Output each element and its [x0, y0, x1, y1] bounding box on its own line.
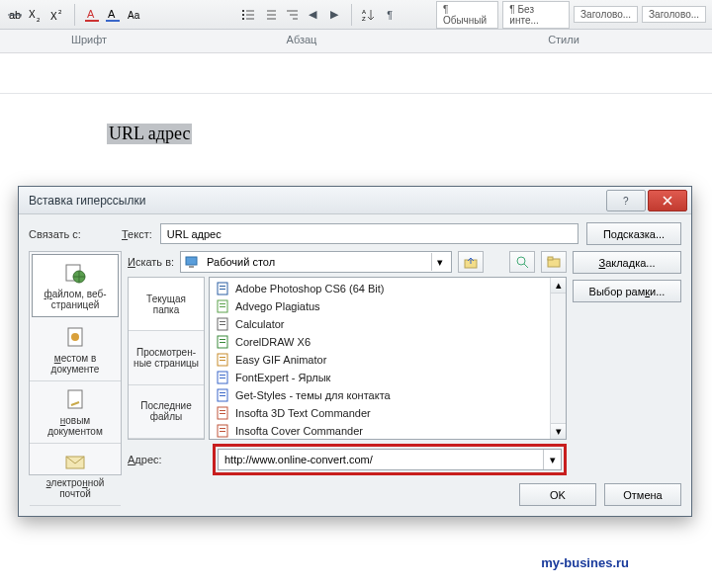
link-to-label: Связать с:: [29, 228, 114, 240]
file-name: Get-Styles - темы для контакта: [235, 389, 391, 401]
svg-rect-44: [220, 306, 225, 307]
tab-place-in-doc[interactable]: местом вдокументе: [30, 319, 121, 381]
file-list-scrollbar[interactable]: ▴ ▾: [550, 278, 566, 439]
change-case-icon[interactable]: Aa: [126, 6, 143, 24]
tab-file-web-label: файлом, веб-страницей: [44, 289, 106, 310]
bullets-icon[interactable]: [240, 6, 258, 24]
screentip-button[interactable]: Подсказка...: [586, 222, 681, 245]
address-dropdown-icon[interactable]: ▾: [543, 450, 561, 469]
ribbon-toolbar: abc X2 X2 A A Aa ◀ ▶ AZ ¶ ¶ Обычный ¶ Бе…: [0, 0, 712, 30]
file-name: Insofta Cover Commander: [235, 425, 363, 437]
look-in-combo[interactable]: Рабочий стол ▾: [180, 251, 452, 273]
chevron-down-icon[interactable]: ▾: [431, 253, 447, 271]
file-icon: [216, 406, 229, 420]
svg-rect-30: [68, 390, 82, 408]
svg-rect-32: [186, 257, 197, 265]
numbering-icon[interactable]: [261, 6, 279, 24]
font-color-icon[interactable]: A: [83, 6, 101, 24]
file-item[interactable]: Easy GIF Animator: [210, 351, 550, 369]
strikethrough-icon[interactable]: abc: [6, 6, 24, 24]
cancel-button[interactable]: Отмена: [604, 483, 681, 506]
side-tab-browsed[interactable]: Просмотрен-ные страницы: [129, 331, 204, 384]
svg-rect-38: [548, 257, 553, 260]
svg-point-35: [517, 257, 525, 265]
browse-file-button[interactable]: [541, 251, 567, 273]
browse-web-button[interactable]: [509, 251, 535, 273]
file-item[interactable]: Insofta 3D Text Commander: [210, 404, 550, 422]
target-frame-button[interactable]: Выбор рамки...: [573, 280, 681, 302]
file-icon: [216, 424, 229, 438]
file-icon: [216, 335, 229, 349]
file-item[interactable]: Adobe Photoshop CS6 (64 Bit): [210, 280, 550, 297]
ok-button[interactable]: OK: [519, 483, 596, 506]
svg-rect-41: [220, 289, 225, 290]
text-to-display-input[interactable]: [160, 223, 578, 244]
decrease-indent-icon[interactable]: ◀: [304, 6, 321, 24]
svg-rect-59: [220, 395, 225, 396]
file-icon: [216, 371, 229, 384]
watermark: my-busines.ru: [541, 555, 629, 570]
file-list[interactable]: Adobe Photoshop CS6 (64 Bit)Advego Plagi…: [209, 277, 567, 440]
file-icon: [216, 353, 229, 367]
svg-rect-52: [220, 357, 225, 358]
tab-newdoc-label: новымдокументом: [47, 415, 103, 437]
svg-rect-61: [220, 410, 225, 411]
address-combo[interactable]: ▾: [218, 449, 562, 470]
svg-text:2: 2: [58, 9, 62, 15]
increase-indent-icon[interactable]: ▶: [325, 6, 343, 24]
file-item[interactable]: Get-Styles - темы для контакта: [210, 386, 550, 404]
svg-rect-7: [85, 20, 99, 22]
address-input[interactable]: [219, 454, 543, 465]
highlight-icon[interactable]: A: [104, 6, 122, 24]
scroll-down-icon[interactable]: ▾: [551, 423, 566, 439]
file-item[interactable]: CorelDRAW X6: [210, 333, 550, 351]
svg-text:Aa: Aa: [128, 10, 140, 21]
selected-text[interactable]: URL адрес: [107, 124, 192, 144]
tab-file-web[interactable]: файлом, веб-страницей: [32, 254, 119, 317]
svg-text:X: X: [50, 11, 57, 22]
group-para-label: Абзац: [178, 30, 425, 52]
dialog-titlebar[interactable]: Вставка гиперссылки ?: [19, 187, 691, 214]
svg-rect-62: [220, 413, 225, 414]
style-nospace[interactable]: ¶ Без инте...: [502, 1, 570, 29]
svg-rect-65: [220, 431, 225, 432]
close-button[interactable]: [648, 190, 687, 211]
svg-text:Z: Z: [362, 16, 366, 22]
file-name: FontExpert - Ярлык: [235, 372, 330, 383]
side-tab-recent[interactable]: Последние файлы: [129, 385, 204, 439]
address-label: Адрес:: [128, 454, 205, 465]
desktop-icon: [185, 254, 201, 270]
file-item[interactable]: Insofta Cover Commander: [210, 422, 550, 439]
file-item[interactable]: Advego Plagiatus: [210, 297, 550, 315]
file-name: Adobe Photoshop CS6 (64 Bit): [235, 283, 384, 294]
tab-new-doc[interactable]: новымдокументом: [30, 381, 121, 444]
svg-rect-58: [220, 392, 225, 393]
browse-side-tabs: Текущая папка Просмотрен-ные страницы По…: [128, 277, 205, 440]
place-icon: [63, 325, 87, 349]
multilevel-icon[interactable]: [283, 6, 301, 24]
file-item[interactable]: Calculator: [210, 315, 550, 333]
superscript-icon[interactable]: X2: [48, 6, 66, 24]
style-h2[interactable]: Заголово...: [642, 6, 706, 23]
file-item[interactable]: FontExpert - Ярлык: [210, 369, 550, 386]
file-icon: [216, 282, 229, 295]
svg-point-13: [242, 14, 244, 16]
scroll-up-icon[interactable]: ▴: [551, 278, 566, 294]
bookmark-button[interactable]: Закладка...: [573, 251, 681, 274]
file-icon: [216, 317, 229, 331]
show-marks-icon[interactable]: ¶: [381, 6, 399, 24]
link-to-tabs: файлом, веб-страницей местом вдокументе …: [29, 251, 122, 475]
help-button[interactable]: ?: [606, 190, 646, 211]
sort-icon[interactable]: AZ: [360, 6, 378, 24]
file-icon: [216, 388, 229, 402]
subscript-icon[interactable]: X2: [28, 6, 45, 24]
svg-rect-56: [220, 378, 225, 378]
file-name: Insofta 3D Text Commander: [235, 407, 371, 419]
svg-rect-64: [220, 428, 225, 429]
style-h1[interactable]: Заголово...: [574, 6, 638, 23]
ribbon-group-labels: Шрифт Абзац Стили: [0, 30, 712, 53]
style-gallery[interactable]: ¶ Обычный ¶ Без инте... Заголово... Заго…: [436, 0, 706, 29]
side-tab-current[interactable]: Текущая папка: [129, 278, 204, 331]
up-folder-button[interactable]: [458, 251, 484, 273]
style-normal[interactable]: ¶ Обычный: [436, 1, 498, 29]
